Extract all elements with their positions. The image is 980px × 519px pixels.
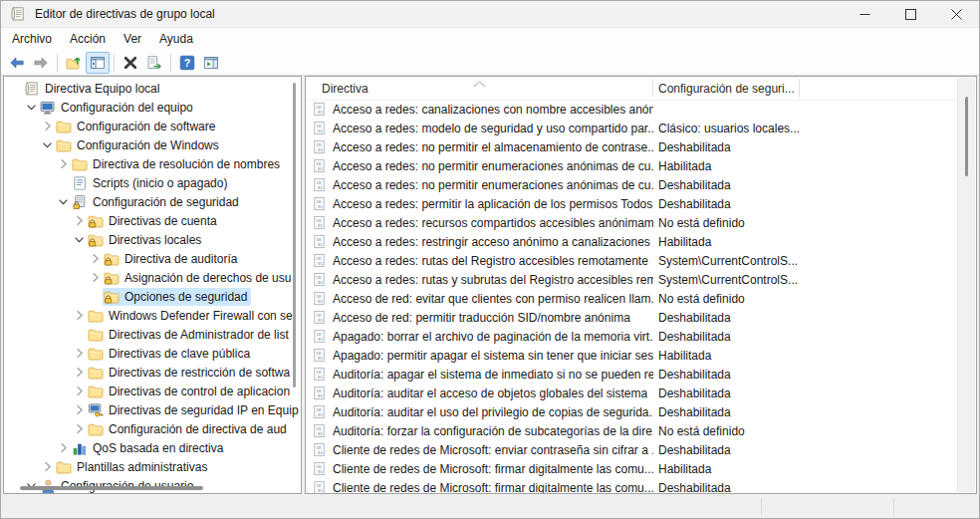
menu-ayuda[interactable]: Ayuda [150,30,202,48]
chevron-right-icon[interactable] [72,365,87,380]
chevron-right-icon[interactable] [40,459,55,474]
tree-item-body[interactable]: Directivas de clave pública [87,345,254,363]
policy-row[interactable]: 1001Cliente de redes de Microsoft: firma… [306,459,958,478]
policy-row[interactable]: 1001Auditoría: auditar el acceso de obje… [306,384,958,402]
tree-item[interactable]: Directivas de cuenta [4,211,301,230]
column-header-directiva[interactable]: Directiva [322,82,368,96]
policy-row[interactable]: 1001Acceso de red: permitir traducción S… [306,308,958,327]
tree-item-body[interactable]: QoS basada en directiva [71,439,227,457]
policy-row[interactable]: 1001Acceso a redes: rutas y subrutas del… [306,270,958,289]
tree-item[interactable]: Directivas de clave pública [4,344,301,363]
tree-item[interactable]: Configuración de software [4,117,301,135]
chevron-right-icon[interactable] [72,384,87,398]
policy-row[interactable]: 1001Auditoría: auditar el uso del privil… [306,402,958,421]
tree-item-body[interactable]: Configuración de seguridad [71,193,243,211]
column-divider[interactable] [799,79,800,98]
policy-row[interactable]: 1001Acceso a redes: no permitir el almac… [306,137,958,156]
forward-icon[interactable] [29,52,53,74]
close-button[interactable] [933,1,979,27]
chevron-down-icon[interactable] [72,232,87,247]
policy-row[interactable]: 1001Acceso a redes: modelo de seguridad … [306,119,958,137]
tree-item-selected[interactable]: Opciones de seguridad [103,288,251,306]
tree-item-body[interactable]: Configuración de usuario [39,477,197,494]
chevron-right-icon[interactable] [72,421,87,436]
tree-item-body[interactable]: Directiva de resolución de nombres [71,155,284,173]
tree-item[interactable]: Configuración del equipo [4,98,301,117]
tree-item[interactable]: Plantillas administrativas [4,457,301,476]
chevron-right-icon[interactable] [56,156,71,171]
tree-item-body[interactable]: Directivas locales [87,231,205,249]
chevron-right-icon[interactable] [88,270,103,285]
show-action-pane-icon[interactable] [199,52,223,74]
tree-item-body[interactable]: Configuración de Windows [55,136,223,154]
tree-item[interactable]: Windows Defender Firewall con se [4,306,301,325]
chevron-right-icon[interactable] [72,308,87,323]
policy-row[interactable]: 1001Acceso a redes: restringir acceso an… [306,232,958,251]
policy-row[interactable]: 1001Acceso a redes: no permitir enumerac… [306,156,958,175]
tree-item[interactable]: Configuración de directiva de aud [4,419,301,438]
column-header-configuracion[interactable]: Configuración de seguri... [658,82,795,96]
policy-row[interactable]: 1001Acceso de red: evitar que clientes c… [306,289,958,308]
tree-item-body[interactable]: Directivas de control de aplicacion [87,383,294,400]
tree-item-body[interactable]: Directivas de Administrador de list [87,326,293,344]
chevron-right-icon[interactable] [40,119,55,133]
menu-ver[interactable]: Ver [115,30,150,48]
tree-item-body[interactable]: Configuración de software [55,118,219,135]
tree-item[interactable]: Directivas de control de aplicacion [4,382,301,400]
chevron-down-icon[interactable] [56,194,71,209]
help-icon[interactable]: ? [175,52,199,74]
tree-item[interactable]: Directiva de auditoría [4,249,301,268]
policy-row[interactable]: 1001Acceso a redes: no permitir enumerac… [306,175,958,194]
list-scrollbar-thumb[interactable] [965,97,968,176]
menu-accion[interactable]: Acción [61,30,115,48]
policy-row[interactable]: 1001Cliente de redes de Microsoft: firma… [306,478,958,493]
chevron-right-icon[interactable] [72,213,87,228]
back-icon[interactable] [5,52,29,74]
chevron-right-icon[interactable] [88,251,103,266]
tree-item[interactable]: Configuración de Windows [4,135,301,154]
tree-item-body[interactable]: Directivas de cuenta [87,212,221,230]
policy-row[interactable]: 1001Apagado: borrar el archivo de pagina… [306,327,958,346]
tree-item-body[interactable]: Directivas de restricción de softwa [87,364,294,382]
chevron-down-icon[interactable] [40,137,55,152]
policy-row[interactable]: 1001Acceso a redes: recursos compartidos… [306,213,958,232]
chevron-right-icon[interactable] [56,440,71,455]
delete-icon[interactable] [119,52,142,74]
list-scrollbar-track[interactable] [957,78,975,492]
show-console-tree-icon[interactable] [86,52,110,74]
tree-item-body[interactable]: Plantillas administrativas [55,458,211,476]
tree-item[interactable]: Directiva de resolución de nombres [4,154,301,173]
policy-row[interactable]: 1001Acceso a redes: canalizaciones con n… [306,100,958,119]
policy-row[interactable]: 1001Apagado: permitir apagar el sistema … [306,346,958,365]
export-list-icon[interactable] [142,52,166,74]
policy-row[interactable]: 1001Auditoría: apagar el sistema de inme… [306,365,958,384]
maximize-button[interactable] [887,1,933,27]
tree-item-body[interactable]: Windows Defender Firewall con se [87,307,297,325]
minimize-button[interactable] [842,1,887,27]
tree-item[interactable]: Directivas de seguridad IP en Equip [4,400,301,419]
tree-item-body[interactable]: Configuración del equipo [39,99,197,117]
tree-item[interactable]: Directiva Equipo local [4,79,301,98]
menu-archivo[interactable]: Archivo [3,30,61,48]
tree-horizontal-scrollbar[interactable] [20,486,203,490]
tree-item[interactable]: Directivas locales [4,230,301,249]
tree-item-body[interactable]: Asignación de derechos de usu [103,269,295,287]
tree-item-body[interactable]: Scripts (inicio o apagado) [71,174,231,192]
tree-item-body[interactable]: Directiva de auditoría [103,250,241,268]
tree-item[interactable]: Directivas de restricción de softwa [4,363,301,382]
chevron-right-icon[interactable] [72,346,87,361]
tree-vertical-scrollbar[interactable] [293,83,296,388]
tree-item[interactable]: Scripts (inicio o apagado) [4,173,301,192]
up-one-level-icon[interactable] [62,52,86,74]
policy-row[interactable]: 1001Cliente de redes de Microsoft: envia… [306,440,958,459]
chevron-down-icon[interactable] [24,100,39,115]
chevron-right-icon[interactable] [72,402,87,417]
tree-item-body[interactable]: Directiva Equipo local [23,80,163,98]
policy-row[interactable]: 1001Acceso a redes: rutas del Registro a… [306,251,958,270]
tree-item[interactable]: Configuración de seguridad [4,192,301,211]
policy-row[interactable]: 1001Auditoría: forzar la configuración d… [306,421,958,440]
tree-item[interactable]: QoS basada en directiva [4,438,301,457]
policy-row[interactable]: 1001Acceso a redes: permitir la aplicaci… [306,194,958,213]
tree-item-body[interactable]: Configuración de directiva de aud [87,420,291,438]
tree-item[interactable]: Configuración de usuario [4,476,301,493]
